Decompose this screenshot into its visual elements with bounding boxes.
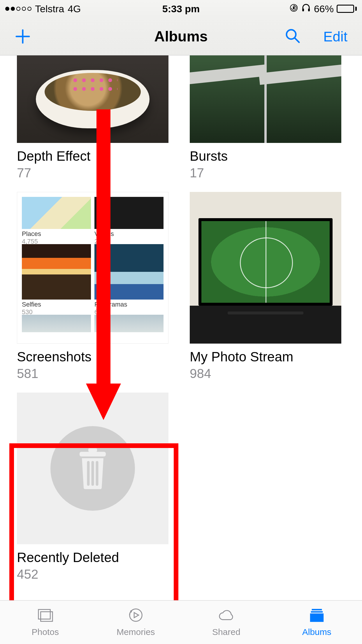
svg-rect-18 [312,609,322,610]
svg-rect-20 [310,613,324,622]
svg-rect-6 [88,448,97,452]
album-title: Recently Deleted [17,550,172,565]
status-left: Telstra 4G [5,3,81,15]
albums-scroll[interactable]: Depth Effect 77 Bursts 17 Places 4,755 [0,55,362,600]
cloud-icon [218,608,235,625]
svg-rect-13 [38,610,50,619]
inner-label: Videos [94,230,164,238]
svg-rect-2 [302,8,304,11]
photos-icon [37,608,54,625]
tab-bar: Photos Memories Shared Albums [0,600,362,644]
status-time: 5:33 pm [162,3,200,15]
album-title: Depth Effect [17,148,172,164]
carrier-label: Telstra [35,3,64,15]
svg-rect-3 [308,8,310,11]
svg-rect-1 [293,7,295,9]
trash-icon [50,426,135,511]
tab-albums[interactable]: Albums [272,601,362,644]
album-photo-stream[interactable]: My Photo Stream 984 [190,192,345,381]
album-thumbnail: Places 4,755 Videos 222 Selfies 530 Pano… [17,192,168,344]
tab-photos[interactable]: Photos [0,601,91,644]
battery-percent: 66% [314,3,334,15]
svg-rect-19 [311,611,323,612]
page-title: Albums [154,28,208,45]
album-thumbnail [17,55,168,143]
status-bar: Telstra 4G 5:33 pm 66% [0,0,362,18]
battery-icon [337,5,357,13]
tab-label: Shared [212,627,240,637]
album-count: 77 [17,166,172,180]
tab-shared[interactable]: Shared [181,601,272,644]
album-depth-effect[interactable]: Depth Effect 77 [17,55,172,180]
tab-label: Albums [302,627,331,637]
rotation-lock-icon [289,3,298,15]
album-screenshots[interactable]: Places 4,755 Videos 222 Selfies 530 Pano… [17,192,172,381]
albums-icon [308,608,325,625]
search-button[interactable] [284,28,301,45]
svg-rect-14 [41,612,53,621]
album-bursts[interactable]: Bursts 17 [190,55,345,180]
inner-label: Selfies [22,301,91,308]
album-recently-deleted[interactable]: Recently Deleted 452 [17,393,172,582]
album-thumbnail [17,393,168,544]
svg-marker-16 [134,612,138,617]
signal-dots-icon [5,7,31,11]
headphones-icon [301,3,311,15]
album-title: Screenshots [17,349,172,365]
album-count: 452 [17,567,172,582]
inner-label: Places [22,230,91,238]
album-thumbnail [190,192,341,344]
album-count: 581 [17,366,172,381]
tab-label: Photos [32,627,59,637]
album-thumbnail [190,55,341,143]
tab-label: Memories [117,627,155,637]
album-title: Bursts [190,148,345,164]
album-count: 17 [190,166,345,180]
svg-rect-7 [80,452,106,456]
status-right: 66% [289,3,357,15]
album-title: My Photo Stream [190,349,345,365]
network-label: 4G [68,3,81,15]
tab-memories[interactable]: Memories [91,601,181,644]
inner-label: Panoramas [94,301,164,308]
add-album-button[interactable] [15,28,31,45]
svg-line-5 [295,38,299,42]
memories-icon [127,608,144,625]
album-count: 984 [190,366,345,381]
edit-button[interactable]: Edit [323,28,347,44]
nav-bar: Albums Edit [0,18,362,55]
